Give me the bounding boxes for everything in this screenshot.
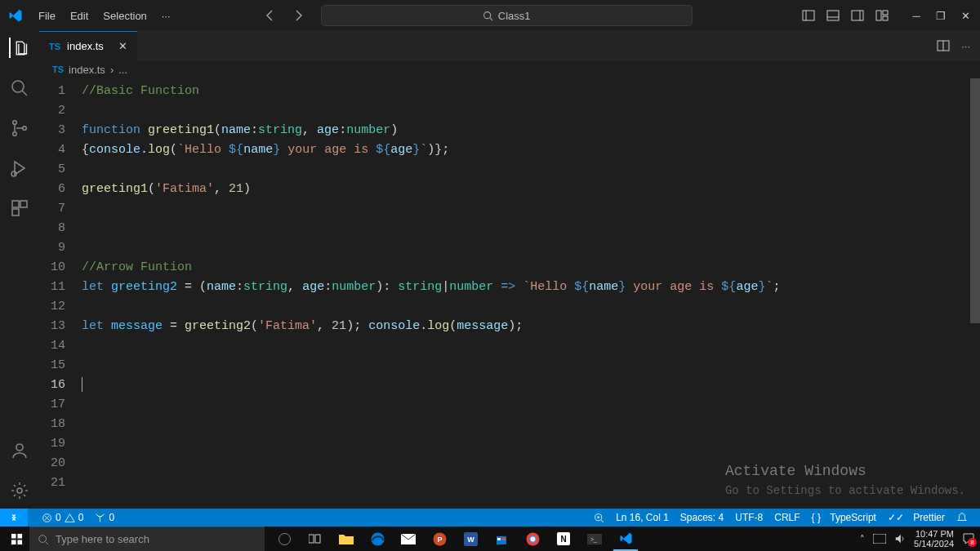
svg-rect-34 xyxy=(502,538,506,540)
menu-edit[interactable]: Edit xyxy=(63,10,96,22)
warning-icon xyxy=(65,513,75,523)
layout-bottom-icon[interactable] xyxy=(826,9,840,22)
settings-gear-icon[interactable] xyxy=(10,480,30,500)
start-button-icon[interactable] xyxy=(3,533,29,545)
cortana-icon[interactable] xyxy=(278,533,291,545)
windows-taskbar: Type here to search P W N >_ ˄ 10:47 PM … xyxy=(0,527,980,551)
indentation-status[interactable]: Spaces: 4 xyxy=(675,512,729,523)
svg-rect-42 xyxy=(873,534,886,544)
layout-left-icon[interactable] xyxy=(802,9,815,22)
svg-rect-4 xyxy=(876,11,881,20)
vertical-scrollbar[interactable] xyxy=(970,78,980,509)
store-icon[interactable] xyxy=(489,527,514,551)
mail-icon[interactable] xyxy=(396,527,421,551)
svg-rect-14 xyxy=(12,209,19,216)
svg-point-37 xyxy=(530,536,535,541)
error-icon xyxy=(42,513,52,523)
explorer-icon[interactable] xyxy=(9,38,29,58)
line-gutter: 123456789101112131415161718192021 xyxy=(39,78,82,509)
language-mode[interactable]: { } TypeScript xyxy=(806,512,882,523)
nav-back-icon[interactable] xyxy=(264,9,277,22)
task-view-icon[interactable] xyxy=(303,527,327,551)
code-content[interactable]: //Basic Function function greeting1(name… xyxy=(82,78,780,509)
typescript-badge-icon: TS xyxy=(52,64,64,74)
menu-selection[interactable]: Selection xyxy=(96,10,154,22)
nav-forward-icon[interactable] xyxy=(292,9,305,22)
svg-point-16 xyxy=(17,488,22,493)
clock[interactable]: 10:47 PM 5/14/2024 xyxy=(914,529,954,549)
prettier-status[interactable]: ✓✓ Prettier xyxy=(882,512,951,523)
customize-layout-icon[interactable] xyxy=(875,9,889,22)
svg-rect-33 xyxy=(497,538,501,540)
input-indicator-icon[interactable] xyxy=(873,534,886,544)
system-tray: ˄ 10:47 PM 5/14/2024 8 xyxy=(860,529,980,549)
terminal-icon[interactable]: >_ xyxy=(582,527,607,551)
notifications-icon[interactable] xyxy=(951,512,973,523)
editor-area: TS index.ts ✕ ··· TS index.ts › ... 1234… xyxy=(39,31,980,509)
vscode-taskbar-icon[interactable] xyxy=(613,527,638,551)
maximize-icon[interactable]: ❐ xyxy=(934,10,947,22)
remote-indicator-icon[interactable] xyxy=(0,509,28,527)
taskbar-search[interactable]: Type here to search xyxy=(29,527,265,551)
statusbar: 0 0 0 Ln 16, Col 1 Spaces: 4 UTF-8 CRLF … xyxy=(0,509,980,527)
activate-windows-watermark: Activate Windows Go to Settings to activ… xyxy=(725,461,965,500)
edge-icon[interactable] xyxy=(365,527,390,551)
extensions-icon[interactable] xyxy=(10,198,30,218)
vscode-logo-icon xyxy=(8,8,23,23)
svg-rect-1 xyxy=(803,11,814,20)
tab-label: index.ts xyxy=(67,40,104,52)
svg-text:P: P xyxy=(437,535,442,544)
svg-rect-12 xyxy=(12,201,19,207)
search-panel-icon[interactable] xyxy=(10,78,30,98)
breadcrumb[interactable]: TS index.ts › ... xyxy=(39,60,980,78)
layout-right-icon[interactable] xyxy=(851,9,864,22)
watermark-title: Activate Windows xyxy=(725,461,965,481)
svg-text:>_: >_ xyxy=(590,536,597,543)
source-control-icon[interactable] xyxy=(10,118,30,138)
close-icon[interactable]: ✕ xyxy=(959,10,972,22)
ports-status[interactable]: 0 xyxy=(89,512,120,523)
scroll-thumb[interactable] xyxy=(970,78,980,323)
braces-icon: { } xyxy=(812,512,821,523)
svg-text:W: W xyxy=(467,535,474,544)
show-hidden-icon[interactable]: ˄ xyxy=(860,534,865,544)
minimize-icon[interactable]: ─ xyxy=(910,10,923,22)
action-center-icon[interactable]: 8 xyxy=(962,532,975,545)
menu-overflow[interactable]: ··· xyxy=(154,10,178,22)
split-editor-icon[interactable] xyxy=(937,39,950,52)
activitybar xyxy=(0,31,39,509)
svg-text:N: N xyxy=(560,535,566,544)
search-icon xyxy=(483,11,493,21)
tab-index-ts[interactable]: TS index.ts ✕ xyxy=(39,31,137,60)
chrome-icon[interactable] xyxy=(520,527,545,551)
tab-close-icon[interactable]: ✕ xyxy=(118,40,127,52)
svg-point-15 xyxy=(16,444,23,451)
notification-badge: 8 xyxy=(968,538,977,547)
main-area: TS index.ts ✕ ··· TS index.ts › ... 1234… xyxy=(0,31,980,509)
zoom-status[interactable] xyxy=(588,512,610,523)
chevron-right-icon: › xyxy=(110,64,114,76)
run-debug-icon[interactable] xyxy=(10,158,30,178)
eol-status[interactable]: CRLF xyxy=(768,512,805,523)
encoding-status[interactable]: UTF-8 xyxy=(729,512,768,523)
double-check-icon: ✓✓ xyxy=(888,512,904,523)
volume-icon[interactable] xyxy=(894,533,906,544)
powerpoint-icon[interactable]: P xyxy=(427,527,452,551)
breadcrumb-more: ... xyxy=(118,64,127,76)
svg-rect-20 xyxy=(11,533,16,538)
svg-rect-23 xyxy=(17,540,22,544)
cursor-position[interactable]: Ln 16, Col 1 xyxy=(610,512,675,523)
menu-file[interactable]: File xyxy=(31,10,63,22)
word-icon[interactable]: W xyxy=(458,527,483,551)
code-editor[interactable]: 123456789101112131415161718192021 //Basi… xyxy=(39,78,980,509)
svg-point-0 xyxy=(483,11,490,18)
svg-point-10 xyxy=(23,126,27,130)
problems-status[interactable]: 0 0 xyxy=(36,512,89,523)
svg-rect-5 xyxy=(883,11,888,15)
notion-icon[interactable]: N xyxy=(551,527,576,551)
file-explorer-icon[interactable] xyxy=(334,527,359,551)
command-center[interactable]: Class1 xyxy=(321,5,693,26)
more-actions-icon[interactable]: ··· xyxy=(961,40,970,52)
accounts-icon[interactable] xyxy=(10,440,30,460)
svg-rect-21 xyxy=(17,533,22,538)
